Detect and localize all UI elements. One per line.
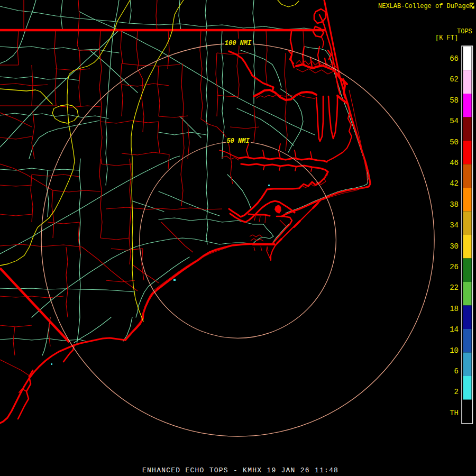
svg-text:TH: TH xyxy=(450,409,459,417)
svg-text:ENHANCED ECHO TOPS - KMHX 19 J: ENHANCED ECHO TOPS - KMHX 19 JAN 26 11:4… xyxy=(142,466,338,474)
svg-text:10: 10 xyxy=(450,346,459,355)
svg-text:NEXLAB-College of DuPage: NEXLAB-College of DuPage xyxy=(378,3,470,10)
svg-text:22: 22 xyxy=(450,283,459,292)
svg-text:54: 54 xyxy=(450,117,459,125)
svg-text:6: 6 xyxy=(454,367,459,376)
svg-text:50: 50 xyxy=(450,138,459,147)
svg-text:2: 2 xyxy=(454,388,459,396)
svg-text:14: 14 xyxy=(450,325,459,334)
svg-text:34: 34 xyxy=(450,221,459,230)
svg-text:38: 38 xyxy=(450,200,459,209)
svg-text:58: 58 xyxy=(450,96,459,105)
svg-text:18: 18 xyxy=(450,305,459,313)
svg-text:26: 26 xyxy=(450,263,459,271)
svg-text:[K FT]: [K FT] xyxy=(435,34,458,42)
svg-text:100 NMI: 100 NMI xyxy=(225,40,252,47)
svg-text:50 NMI: 50 NMI xyxy=(226,138,250,145)
svg-text:30: 30 xyxy=(450,242,459,251)
svg-text:66: 66 xyxy=(450,54,459,63)
svg-text:42: 42 xyxy=(450,179,459,188)
svg-text:62: 62 xyxy=(450,75,459,84)
svg-text:46: 46 xyxy=(450,159,459,167)
svg-text:TOPS: TOPS xyxy=(457,28,472,35)
